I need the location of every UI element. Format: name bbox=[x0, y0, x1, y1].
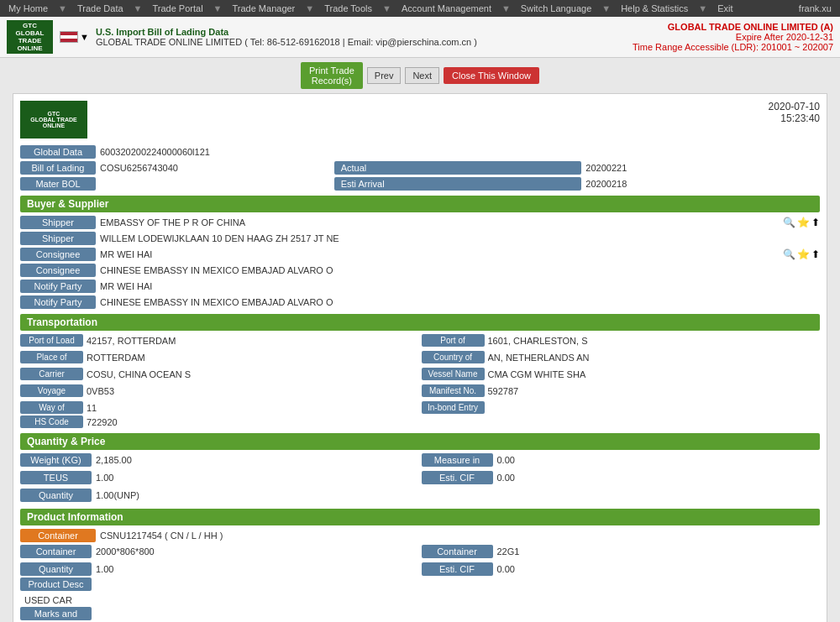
print-trade-button[interactable]: Print Trade Record(s) bbox=[301, 62, 363, 89]
card-datetime: 2020-07-10 15:23:40 bbox=[769, 101, 820, 124]
bol-value: COSU6256743040 bbox=[100, 163, 334, 173]
country-of-row: Country of AN, NETHERLANDS AN bbox=[422, 351, 821, 363]
weight-value: 2,185.00 bbox=[96, 455, 132, 465]
quantity-grid: Weight (KG) 2,185.00 Measure in 0.00 TEU… bbox=[20, 453, 820, 504]
manifest-row: Manifest No. 592787 bbox=[422, 384, 821, 397]
esti-cif-label: Esti. CIF bbox=[422, 471, 493, 484]
nav-trade-manager[interactable]: Trade Manager bbox=[228, 2, 299, 15]
inbond-label: In-bond Entry bbox=[422, 401, 485, 414]
carrier-label: Carrier bbox=[20, 368, 83, 380]
close-button[interactable]: Close This Window bbox=[444, 67, 539, 84]
next-button[interactable]: Next bbox=[405, 67, 439, 84]
container-orange-row: Container CSNU1217454 ( CN / L / HH ) bbox=[20, 529, 820, 542]
consignee-up-icon[interactable]: ⬆ bbox=[811, 248, 820, 260]
nav-trade-data[interactable]: Trade Data bbox=[73, 2, 128, 15]
manifest-label: Manifest No. bbox=[422, 384, 485, 397]
notify-address-row: Notify Party CHINESE EMBASSY IN MEXICO E… bbox=[20, 295, 820, 309]
notify-address-label: Notify Party bbox=[20, 295, 96, 309]
carrier-row: Carrier COSU, CHINA OCEAN S bbox=[20, 368, 419, 380]
shipper-search-icon[interactable]: 🔍 bbox=[783, 217, 795, 228]
quantity-row: Quantity 1.00(UNP) bbox=[20, 489, 419, 502]
product-quantity-row: Quantity 1.00 bbox=[20, 562, 419, 576]
esti-cif-row: Esti. CIF 0.00 bbox=[422, 471, 821, 484]
port-of-load-row: Port of Load 42157, ROTTERDAM bbox=[20, 334, 419, 347]
measure-in-value: 0.00 bbox=[497, 455, 515, 465]
nav-trade-portal[interactable]: Trade Portal bbox=[148, 2, 207, 15]
top-navigation: My Home ▼ Trade Data ▼ Trade Portal ▼ Tr… bbox=[0, 0, 840, 17]
shipper-star-icon[interactable]: ⭐ bbox=[797, 217, 810, 228]
prev-button[interactable]: Prev bbox=[367, 67, 402, 84]
notify-name-value: MR WEI HAI bbox=[100, 281, 820, 291]
top-button-bar: Print Trade Record(s) Prev Next Close Th… bbox=[13, 62, 827, 89]
bol-label: Bill of Lading bbox=[20, 161, 96, 175]
header-bar: GTCGLOBAL TRADEONLINE ▼ U.S. Import Bill… bbox=[0, 17, 840, 58]
actual-value: 20200221 bbox=[585, 163, 820, 173]
nav-exit[interactable]: Exit bbox=[713, 2, 737, 15]
inbond-row: In-bond Entry bbox=[422, 401, 821, 414]
buyer-supplier-header: Buyer & Supplier bbox=[20, 196, 820, 212]
shipper-address-value: WILLEM LODEWIJKLAAN 10 DEN HAAG ZH 2517 … bbox=[100, 233, 820, 243]
way-of-value: 11 bbox=[87, 403, 97, 413]
measure-in-row: Measure in 0.00 bbox=[422, 453, 821, 467]
account-info: GLOBAL TRADE ONLINE LIMITED (A) bbox=[633, 22, 833, 32]
product-esti-cif-value: 0.00 bbox=[497, 564, 515, 574]
consignee-address-row: Consignee CHINESE EMBASSY IN MEXICO EMBA… bbox=[20, 264, 820, 277]
hs-code-label: HS Code bbox=[20, 416, 83, 428]
consignee-address-label: Consignee bbox=[20, 264, 96, 277]
company-contact: GLOBAL TRADE ONLINE LIMITED ( Tel: 86-51… bbox=[96, 37, 477, 47]
container2-label: Container bbox=[20, 545, 92, 558]
weight-label: Weight (KG) bbox=[20, 453, 92, 467]
consignee-star-icon[interactable]: ⭐ bbox=[797, 248, 810, 260]
shipper-address-row: Shipper WILLEM LODEWIJKLAAN 10 DEN HAAG … bbox=[20, 232, 820, 245]
port-of-label: Port of bbox=[422, 334, 485, 347]
container-orange-value: CSNU1217454 ( CN / L / HH ) bbox=[100, 531, 820, 541]
shipper-name-value: EMBASSY OF THE P R OF CHINA bbox=[100, 217, 780, 227]
voyage-row: Voyage 0VB53 bbox=[20, 384, 419, 397]
consignee-name-row: Consignee MR WEI HAI 🔍 ⭐ ⬆ bbox=[20, 248, 820, 261]
transport-grid: Port of Load 42157, ROTTERDAM Port of 16… bbox=[20, 334, 820, 416]
vessel-name-row: Vessel Name CMA CGM WHITE SHA bbox=[422, 368, 821, 380]
page-title: U.S. Import Bill of Lading Data bbox=[96, 27, 477, 37]
vessel-name-value: CMA CGM WHITE SHA bbox=[488, 369, 586, 379]
record-card: GTCGLOBAL TRADEONLINE 2020-07-10 15:23:4… bbox=[13, 93, 827, 622]
container2-row: Container 2000*806*800 bbox=[20, 545, 419, 558]
vessel-name-label: Vessel Name bbox=[422, 368, 485, 380]
shipper-up-icon[interactable]: ⬆ bbox=[811, 217, 820, 228]
measure-in-label: Measure in bbox=[422, 453, 493, 467]
nav-switch-language[interactable]: Switch Language bbox=[517, 2, 596, 15]
nav-trade-tools[interactable]: Trade Tools bbox=[320, 2, 376, 15]
header-right: GLOBAL TRADE ONLINE LIMITED (A) Expire A… bbox=[633, 22, 833, 52]
carrier-value: COSU, CHINA OCEAN S bbox=[87, 369, 191, 379]
port-of-load-value: 42157, ROTTERDAM bbox=[87, 336, 176, 346]
global-data-value: 600320200224000060l121 bbox=[100, 147, 820, 157]
global-data-label: Global Data bbox=[20, 145, 96, 159]
consignee-search-icon[interactable]: 🔍 bbox=[783, 248, 795, 260]
teus-label: TEUS bbox=[20, 471, 92, 484]
expire-info: Expire After 2020-12-31 bbox=[633, 32, 833, 42]
nav-my-home[interactable]: My Home bbox=[4, 2, 52, 15]
weight-row: Weight (KG) 2,185.00 bbox=[20, 453, 419, 467]
place-of-value: ROTTERDAM bbox=[87, 353, 145, 363]
card-logo: GTCGLOBAL TRADEONLINE bbox=[20, 101, 87, 139]
way-of-label: Way of bbox=[20, 401, 83, 414]
nav-account-management[interactable]: Account Management bbox=[397, 2, 496, 15]
port-of-row: Port of 1601, CHARLESTON, S bbox=[422, 334, 821, 347]
global-data-row: Global Data 600320200224000060l121 bbox=[20, 145, 820, 159]
header-info: U.S. Import Bill of Lading Data GLOBAL T… bbox=[96, 27, 477, 47]
country-of-value: AN, NETHERLANDS AN bbox=[488, 353, 590, 363]
esti-arrival-label: Esti Arrival bbox=[334, 177, 582, 191]
place-of-label: Place of bbox=[20, 351, 83, 363]
container2-value: 2000*806*800 bbox=[96, 546, 155, 557]
voyage-label: Voyage bbox=[20, 384, 83, 397]
way-of-row: Way of 11 bbox=[20, 401, 419, 414]
shipper-name-row: Shipper EMBASSY OF THE P R OF CHINA 🔍 ⭐ … bbox=[20, 216, 820, 229]
user-name: frank.xu bbox=[795, 2, 836, 15]
product-esti-cif-row: Esti. CIF 0.00 bbox=[422, 562, 821, 576]
us-flag bbox=[60, 31, 78, 43]
quantity-value: 1.00(UNP) bbox=[96, 490, 139, 500]
nav-help-stats[interactable]: Help & Statistics bbox=[617, 2, 692, 15]
notify-label: Notify Party bbox=[20, 280, 96, 293]
product-desc-value: USED CAR bbox=[20, 593, 820, 607]
place-of-row: Place of ROTTERDAM bbox=[20, 351, 419, 363]
quantity-price-header: Quantity & Price bbox=[20, 433, 820, 450]
